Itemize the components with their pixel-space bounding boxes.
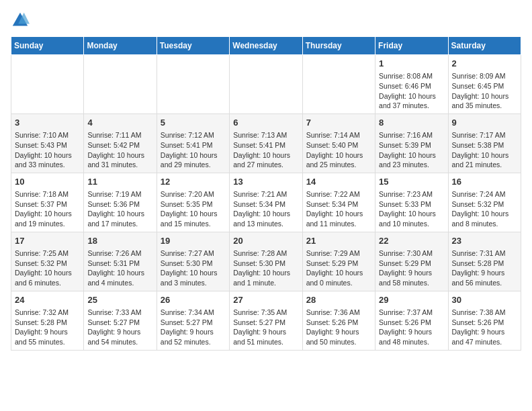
day-info: Sunrise: 8:08 AMSunset: 6:46 PMDaylight:… — [379, 71, 444, 111]
day-number: 17 — [15, 235, 80, 247]
day-number: 20 — [233, 235, 298, 247]
day-info: Sunrise: 7:34 AMSunset: 5:27 PMDaylight:… — [161, 308, 226, 347]
day-number: 26 — [161, 294, 226, 306]
day-number: 5 — [161, 117, 226, 129]
calendar-cell: 17Sunrise: 7:25 AMSunset: 5:32 PMDayligh… — [11, 232, 84, 291]
calendar-cell: 8Sunrise: 7:16 AMSunset: 5:39 PMDaylight… — [375, 113, 448, 173]
day-info: Sunrise: 8:09 AMSunset: 6:45 PMDaylight:… — [452, 71, 517, 111]
calendar-cell: 12Sunrise: 7:20 AMSunset: 5:35 PMDayligh… — [157, 173, 229, 232]
calendar-header: SundayMondayTuesdayWednesdayThursdayFrid… — [11, 37, 521, 55]
calendar-cell: 3Sunrise: 7:10 AMSunset: 5:43 PMDaylight… — [11, 113, 84, 173]
calendar-cell — [302, 55, 375, 114]
calendar-cell: 7Sunrise: 7:14 AMSunset: 5:40 PMDaylight… — [302, 113, 375, 173]
calendar-cell: 18Sunrise: 7:26 AMSunset: 5:31 PMDayligh… — [84, 232, 157, 291]
calendar-cell: 26Sunrise: 7:34 AMSunset: 5:27 PMDayligh… — [157, 291, 229, 350]
day-number: 23 — [452, 235, 517, 247]
day-info: Sunrise: 7:22 AMSunset: 5:34 PMDaylight:… — [306, 189, 371, 229]
weekday-row: SundayMondayTuesdayWednesdayThursdayFrid… — [11, 37, 521, 55]
day-info: Sunrise: 7:16 AMSunset: 5:39 PMDaylight:… — [379, 130, 444, 170]
day-info: Sunrise: 7:21 AMSunset: 5:34 PMDaylight:… — [233, 189, 298, 229]
calendar-cell: 4Sunrise: 7:11 AMSunset: 5:42 PMDaylight… — [84, 113, 157, 173]
weekday-header-thursday: Thursday — [302, 37, 375, 55]
calendar-cell: 13Sunrise: 7:21 AMSunset: 5:34 PMDayligh… — [230, 173, 302, 232]
calendar-cell: 30Sunrise: 7:38 AMSunset: 5:26 PMDayligh… — [448, 291, 521, 350]
calendar-cell: 28Sunrise: 7:36 AMSunset: 5:26 PMDayligh… — [302, 291, 375, 350]
weekday-header-monday: Monday — [84, 37, 157, 55]
day-number: 4 — [87, 117, 152, 129]
weekday-header-tuesday: Tuesday — [157, 37, 229, 55]
day-number: 13 — [233, 176, 298, 188]
calendar-body: 1Sunrise: 8:08 AMSunset: 6:46 PMDaylight… — [11, 55, 521, 351]
day-info: Sunrise: 7:24 AMSunset: 5:32 PMDaylight:… — [452, 189, 517, 229]
day-info: Sunrise: 7:27 AMSunset: 5:30 PMDaylight:… — [161, 248, 226, 288]
calendar-cell: 9Sunrise: 7:17 AMSunset: 5:38 PMDaylight… — [448, 113, 521, 173]
calendar-week-0: 1Sunrise: 8:08 AMSunset: 6:46 PMDaylight… — [11, 55, 521, 114]
day-info: Sunrise: 7:31 AMSunset: 5:28 PMDaylight:… — [452, 248, 517, 288]
calendar-cell: 2Sunrise: 8:09 AMSunset: 6:45 PMDaylight… — [448, 55, 521, 114]
day-info: Sunrise: 7:12 AMSunset: 5:41 PMDaylight:… — [161, 130, 226, 170]
day-number: 28 — [306, 294, 371, 306]
day-info: Sunrise: 7:10 AMSunset: 5:43 PMDaylight:… — [15, 130, 80, 170]
day-number: 7 — [306, 117, 371, 129]
calendar-week-4: 24Sunrise: 7:32 AMSunset: 5:28 PMDayligh… — [11, 291, 521, 350]
day-info: Sunrise: 7:37 AMSunset: 5:26 PMDaylight:… — [379, 308, 444, 347]
calendar-cell — [11, 55, 84, 114]
calendar-cell: 6Sunrise: 7:13 AMSunset: 5:41 PMDaylight… — [230, 113, 302, 173]
day-info: Sunrise: 7:19 AMSunset: 5:36 PMDaylight:… — [87, 189, 152, 229]
day-number: 19 — [161, 235, 226, 247]
weekday-header-wednesday: Wednesday — [230, 37, 302, 55]
day-info: Sunrise: 7:32 AMSunset: 5:28 PMDaylight:… — [15, 308, 80, 347]
calendar-cell: 20Sunrise: 7:28 AMSunset: 5:30 PMDayligh… — [230, 232, 302, 291]
calendar-cell: 5Sunrise: 7:12 AMSunset: 5:41 PMDaylight… — [157, 113, 229, 173]
day-number: 1 — [379, 58, 444, 70]
calendar-cell — [157, 55, 229, 114]
calendar-cell: 15Sunrise: 7:23 AMSunset: 5:33 PMDayligh… — [375, 173, 448, 232]
logo — [11, 11, 32, 30]
calendar-cell: 29Sunrise: 7:37 AMSunset: 5:26 PMDayligh… — [375, 291, 448, 350]
day-number: 14 — [306, 176, 371, 188]
day-number: 30 — [452, 294, 517, 306]
calendar-cell: 10Sunrise: 7:18 AMSunset: 5:37 PMDayligh… — [11, 173, 84, 232]
day-info: Sunrise: 7:13 AMSunset: 5:41 PMDaylight:… — [233, 130, 298, 170]
day-number: 9 — [452, 117, 517, 129]
header — [11, 11, 521, 30]
day-number: 24 — [15, 294, 80, 306]
day-number: 18 — [87, 235, 152, 247]
day-info: Sunrise: 7:11 AMSunset: 5:42 PMDaylight:… — [87, 130, 152, 170]
day-info: Sunrise: 7:33 AMSunset: 5:27 PMDaylight:… — [87, 308, 152, 347]
weekday-header-friday: Friday — [375, 37, 448, 55]
weekday-header-saturday: Saturday — [448, 37, 521, 55]
calendar-cell: 21Sunrise: 7:29 AMSunset: 5:29 PMDayligh… — [302, 232, 375, 291]
day-number: 2 — [452, 58, 517, 70]
day-number: 12 — [161, 176, 226, 188]
day-number: 27 — [233, 294, 298, 306]
calendar-cell: 16Sunrise: 7:24 AMSunset: 5:32 PMDayligh… — [448, 173, 521, 232]
day-number: 3 — [15, 117, 80, 129]
day-number: 8 — [379, 117, 444, 129]
day-info: Sunrise: 7:18 AMSunset: 5:37 PMDaylight:… — [15, 189, 80, 229]
day-info: Sunrise: 7:30 AMSunset: 5:29 PMDaylight:… — [379, 248, 444, 288]
day-number: 11 — [87, 176, 152, 188]
calendar-cell: 22Sunrise: 7:30 AMSunset: 5:29 PMDayligh… — [375, 232, 448, 291]
calendar-cell: 23Sunrise: 7:31 AMSunset: 5:28 PMDayligh… — [448, 232, 521, 291]
day-info: Sunrise: 7:35 AMSunset: 5:27 PMDaylight:… — [233, 308, 298, 347]
day-number: 25 — [87, 294, 152, 306]
day-info: Sunrise: 7:36 AMSunset: 5:26 PMDaylight:… — [306, 308, 371, 347]
day-info: Sunrise: 7:23 AMSunset: 5:33 PMDaylight:… — [379, 189, 444, 229]
day-number: 10 — [15, 176, 80, 188]
calendar-cell: 24Sunrise: 7:32 AMSunset: 5:28 PMDayligh… — [11, 291, 84, 350]
day-number: 6 — [233, 117, 298, 129]
day-number: 16 — [452, 176, 517, 188]
day-number: 22 — [379, 235, 444, 247]
calendar-week-2: 10Sunrise: 7:18 AMSunset: 5:37 PMDayligh… — [11, 173, 521, 232]
calendar-cell: 25Sunrise: 7:33 AMSunset: 5:27 PMDayligh… — [84, 291, 157, 350]
day-info: Sunrise: 7:20 AMSunset: 5:35 PMDaylight:… — [161, 189, 226, 229]
calendar-cell: 14Sunrise: 7:22 AMSunset: 5:34 PMDayligh… — [302, 173, 375, 232]
logo-icon — [11, 11, 30, 30]
calendar-cell: 1Sunrise: 8:08 AMSunset: 6:46 PMDaylight… — [375, 55, 448, 114]
calendar: SundayMondayTuesdayWednesdayThursdayFrid… — [11, 36, 521, 351]
day-number: 29 — [379, 294, 444, 306]
calendar-cell — [230, 55, 302, 114]
calendar-cell: 11Sunrise: 7:19 AMSunset: 5:36 PMDayligh… — [84, 173, 157, 232]
weekday-header-sunday: Sunday — [11, 37, 84, 55]
